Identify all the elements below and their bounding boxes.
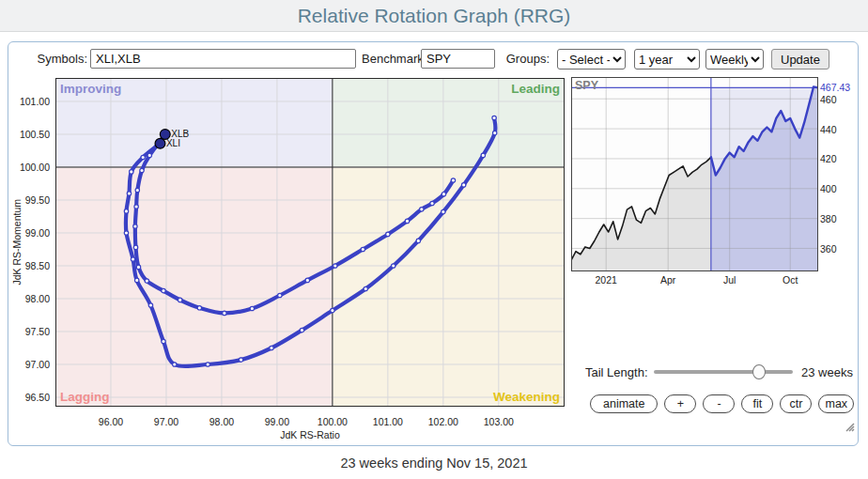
tail-marker-XLB (145, 279, 148, 283)
symbol-head-XLB[interactable] (160, 130, 170, 140)
fit-button[interactable]: fit (741, 394, 773, 413)
symbols-input[interactable] (90, 49, 356, 69)
tail-marker-XLI (270, 346, 273, 349)
tail-marker-XLB (197, 306, 201, 310)
tail-marker-XLB (250, 306, 254, 310)
benchmark-input[interactable] (421, 49, 495, 69)
tail-marker-XLB (420, 208, 424, 211)
animate-button[interactable]: animate (590, 394, 658, 413)
benchmark-y-tick: 440 (820, 124, 848, 135)
tail-marker-XLI (492, 116, 496, 119)
center-button[interactable]: ctr (780, 394, 812, 413)
tail-marker-XLI (392, 264, 395, 268)
tail-marker-XLB (430, 201, 434, 205)
quadrant-lagging (55, 167, 333, 407)
rrg-y-axis-title: JdK RS-Momentum (10, 78, 23, 407)
rrg-y-tick: 97.00 (16, 359, 50, 370)
groups-select[interactable]: - Select - (557, 49, 626, 70)
rrg-x-axis-title: JdK RS-Ratio (55, 429, 565, 440)
tail-marker-XLI (300, 328, 303, 332)
tail-marker-XLI (134, 278, 138, 282)
tail-length-slider[interactable] (654, 363, 793, 380)
rrg-y-tick: 98.50 (16, 260, 50, 271)
tail-marker-XLB (136, 265, 140, 269)
tail-marker-XLB (134, 205, 138, 209)
symbol-head-label-XLB: XLB (171, 129, 189, 139)
zoom-in-button[interactable]: + (664, 394, 696, 413)
zoom-out-button[interactable]: - (703, 394, 735, 413)
tail-marker-XLI (124, 231, 128, 235)
benchmark-label: Benchmark: (362, 49, 417, 69)
benchmark-y-tick: 380 (820, 213, 848, 224)
rrg-app: Relative Rotation Graph (RRG) Symbols: B… (0, 0, 868, 479)
tail-length-label: Tail Length: (585, 365, 648, 379)
benchmark-x-tick: Apr (649, 274, 687, 286)
quadrant-label-lagging: Lagging (60, 390, 110, 404)
frequency-select[interactable]: Weekly (705, 49, 764, 70)
action-buttons: animate+-fitctrmax (590, 394, 854, 413)
rrg-y-tick: 100.00 (16, 162, 50, 173)
rrg-y-tick: 99.50 (16, 194, 50, 206)
period-select[interactable]: 1 year (634, 49, 700, 70)
rrg-y-tick: 100.50 (16, 129, 50, 140)
rrg-y-tick: 96.50 (16, 392, 50, 403)
tail-marker-XLI (331, 308, 334, 312)
tail-marker-XLB (405, 219, 409, 223)
tail-marker-XLB (442, 192, 445, 195)
tail-marker-XLI (127, 192, 131, 195)
symbol-head-label-XLI: XLI (166, 138, 180, 148)
tail-marker-XLI (364, 286, 367, 290)
tail-marker-XLB (147, 153, 151, 157)
rrg-y-tick: 98.00 (16, 293, 50, 304)
benchmark-y-tick: 420 (820, 153, 848, 164)
benchmark-last-value: 467.43 (820, 82, 850, 93)
benchmark-x-tick: 2021 (587, 274, 625, 286)
tail-marker-XLB (451, 178, 455, 182)
update-button[interactable]: Update (771, 49, 829, 70)
chart-panel: Symbols: Benchmark: Groups: - Select - 1… (8, 41, 859, 446)
resize-grip-icon[interactable] (841, 418, 856, 433)
quadrant-label-leading: Leading (511, 82, 560, 96)
rrg-chart: ImprovingLeadingLaggingWeakeningXLIXLB (55, 78, 565, 407)
quadrant-label-weakening: Weakening (493, 390, 560, 404)
benchmark-x-tick: Jul (711, 274, 749, 286)
rrg-x-tick: 103.00 (478, 416, 519, 427)
tail-marker-XLI (131, 257, 134, 261)
rrg-x-tick: 97.00 (146, 416, 187, 427)
rrg-x-tick: 100.00 (312, 416, 353, 427)
tail-marker-XLB (140, 168, 144, 172)
symbols-label: Symbols: (27, 49, 87, 69)
tail-marker-XLB (133, 224, 137, 228)
tail-marker-XLB (223, 311, 226, 315)
rrg-y-tick: 101.00 (16, 96, 50, 107)
tail-marker-XLB (361, 247, 364, 251)
tail-marker-XLB (133, 245, 137, 249)
tail-length-value: 23 weeks (801, 365, 853, 379)
max-button[interactable]: max (818, 394, 854, 413)
tail-marker-XLI (206, 363, 209, 366)
tail-length-slider-track[interactable] (654, 370, 793, 374)
tail-marker-XLI (416, 239, 420, 242)
rrg-x-tick: 99.00 (256, 416, 298, 427)
tail-marker-XLB (162, 288, 165, 292)
tail-marker-XLI (148, 303, 152, 307)
tail-marker-XLI (141, 155, 145, 159)
tail-marker-XLB (178, 298, 181, 301)
tail-length-slider-handle[interactable] (752, 364, 766, 379)
tail-marker-XLI (162, 339, 165, 343)
tail-marker-XLB (278, 293, 282, 297)
tail-marker-XLI (492, 131, 496, 134)
tail-marker-XLB (386, 232, 390, 236)
period-caption: 23 weeks ending Nov 15, 2021 (0, 456, 868, 471)
symbol-head-XLI[interactable] (155, 138, 165, 148)
tail-marker-XLB (305, 278, 309, 282)
benchmark-y-tick: 400 (820, 183, 848, 194)
rrg-x-tick: 98.00 (201, 416, 242, 427)
rrg-x-tick: 101.00 (367, 416, 409, 427)
page-header: Relative Rotation Graph (RRG) (0, 0, 868, 32)
benchmark-mini-chart: SPY (571, 77, 818, 271)
tail-marker-XLI (442, 209, 445, 213)
groups-label: Groups: (499, 49, 550, 69)
quadrant-label-improving: Improving (60, 82, 121, 96)
tail-marker-XLB (333, 264, 337, 268)
